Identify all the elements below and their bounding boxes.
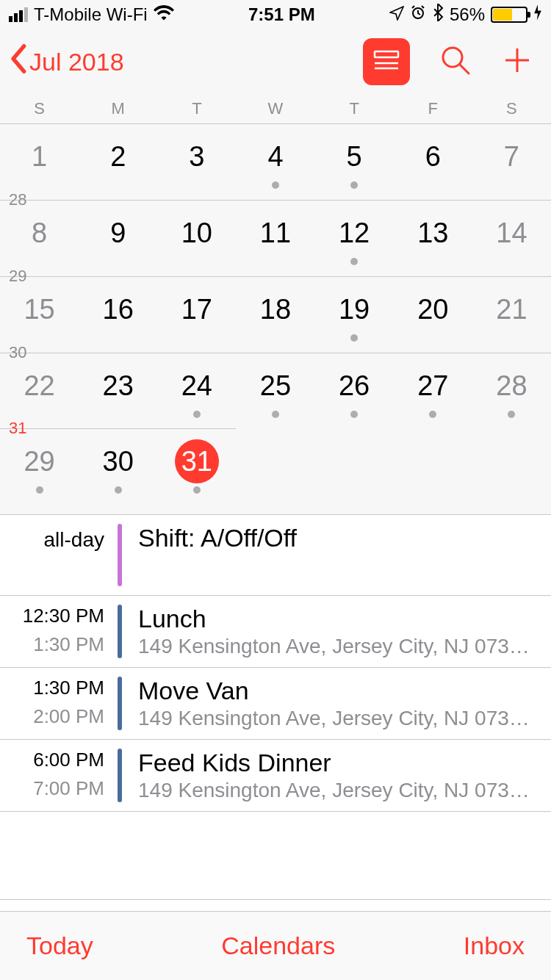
day-number: 25 bbox=[253, 364, 298, 408]
day-cell[interactable]: 30 bbox=[79, 429, 157, 514]
day-number: 3 bbox=[175, 134, 219, 179]
event-title: Lunch bbox=[138, 605, 539, 633]
chevron-left-icon bbox=[9, 44, 29, 79]
nav-header: Jul 2018 bbox=[0, 29, 551, 94]
day-cell[interactable]: 13 bbox=[394, 201, 472, 276]
weekday-header: S bbox=[472, 94, 551, 123]
day-cell bbox=[236, 429, 314, 514]
today-button[interactable]: Today bbox=[26, 932, 93, 960]
day-number: 15 bbox=[18, 287, 62, 331]
week-row: 2915161718192021 bbox=[0, 276, 551, 353]
day-cell[interactable]: 8 bbox=[0, 201, 79, 276]
event-row[interactable]: 1:30 PM2:00 PMMove Van149 Kensington Ave… bbox=[0, 668, 551, 740]
day-cell[interactable]: 16 bbox=[79, 277, 157, 353]
day-cell bbox=[394, 429, 472, 514]
day-number: 23 bbox=[96, 364, 140, 408]
day-number: 28 bbox=[489, 364, 533, 408]
inbox-button[interactable]: Inbox bbox=[464, 932, 525, 960]
event-dot-icon bbox=[272, 181, 279, 189]
week-row: 1234567 bbox=[0, 123, 551, 200]
event-dot-icon bbox=[193, 486, 201, 494]
calendars-button[interactable]: Calendars bbox=[221, 932, 335, 960]
status-bar: T-Mobile Wi-Fi 7:51 PM 56% bbox=[0, 0, 551, 29]
event-row[interactable]: 12:30 PM1:30 PMLunch149 Kensington Ave, … bbox=[0, 596, 551, 668]
day-cell[interactable]: 17 bbox=[157, 277, 236, 353]
search-button[interactable] bbox=[439, 44, 472, 79]
day-number: 7 bbox=[489, 134, 533, 179]
back-button[interactable]: Jul 2018 bbox=[9, 44, 124, 79]
event-row[interactable]: 6:00 PM7:00 PMFeed Kids Dinner149 Kensin… bbox=[0, 740, 551, 812]
day-cell[interactable]: 20 bbox=[394, 277, 472, 353]
weekday-header: T bbox=[157, 94, 236, 123]
event-dot-icon bbox=[508, 411, 515, 418]
battery-pct: 56% bbox=[450, 4, 485, 25]
day-cell[interactable]: 18 bbox=[236, 277, 314, 353]
day-cell bbox=[472, 429, 551, 514]
day-cell[interactable]: 15 bbox=[0, 277, 79, 353]
charging-icon bbox=[533, 4, 542, 25]
day-number: 10 bbox=[175, 211, 219, 255]
day-number: 12 bbox=[332, 211, 376, 255]
event-time-column: 12:30 PM1:30 PM bbox=[0, 605, 118, 658]
event-body: Lunch149 Kensington Ave, Jersey City, NJ… bbox=[122, 605, 551, 658]
battery-icon bbox=[491, 7, 527, 23]
day-number: 20 bbox=[411, 287, 455, 331]
svg-rect-1 bbox=[375, 51, 398, 57]
day-cell[interactable]: 12 bbox=[315, 201, 394, 276]
weekday-headers: SMTWTFS bbox=[0, 94, 551, 123]
event-end-time: 7:00 PM bbox=[0, 777, 104, 800]
day-number: 11 bbox=[253, 211, 298, 255]
day-cell[interactable]: 29 bbox=[0, 429, 79, 514]
day-number: 5 bbox=[332, 134, 376, 179]
day-cell[interactable]: 28 bbox=[472, 353, 551, 429]
day-number: 24 bbox=[175, 364, 219, 408]
event-body: Shift: A/Off/Off bbox=[122, 524, 551, 586]
day-cell[interactable]: 7 bbox=[472, 124, 551, 200]
event-dot-icon bbox=[429, 411, 436, 418]
day-number: 1 bbox=[18, 134, 62, 179]
day-number: 27 bbox=[411, 364, 455, 408]
view-toggle-button[interactable] bbox=[363, 38, 410, 85]
day-cell[interactable]: 24 bbox=[157, 353, 236, 429]
alarm-icon bbox=[410, 4, 426, 25]
day-cell[interactable]: 10 bbox=[157, 201, 236, 276]
day-cell[interactable]: 26 bbox=[315, 353, 394, 429]
day-cell[interactable]: 31 bbox=[157, 429, 236, 514]
event-start-time: 1:30 PM bbox=[0, 677, 104, 699]
day-cell[interactable]: 19 bbox=[315, 277, 394, 353]
day-cell[interactable]: 25 bbox=[236, 353, 314, 429]
event-body: Move Van149 Kensington Ave, Jersey City,… bbox=[122, 677, 551, 730]
weekday-header: W bbox=[236, 94, 314, 123]
event-dot-icon bbox=[350, 181, 358, 189]
weekday-header: S bbox=[0, 94, 79, 123]
add-event-button[interactable] bbox=[501, 44, 533, 79]
day-number: 13 bbox=[411, 211, 455, 255]
day-number: 6 bbox=[411, 134, 455, 179]
nav-right bbox=[363, 38, 533, 85]
status-left: T-Mobile Wi-Fi bbox=[9, 4, 174, 25]
day-cell[interactable]: 4 bbox=[236, 124, 314, 200]
day-cell[interactable]: 9 bbox=[79, 201, 157, 276]
day-number: 2 bbox=[96, 134, 140, 179]
day-cell[interactable]: 14 bbox=[472, 201, 551, 276]
carrier-label: T-Mobile Wi-Fi bbox=[34, 4, 148, 25]
day-cell[interactable]: 3 bbox=[157, 124, 236, 200]
day-number: 22 bbox=[18, 364, 62, 408]
day-cell[interactable]: 2 bbox=[79, 124, 157, 200]
day-cell[interactable]: 23 bbox=[79, 353, 157, 429]
day-cell[interactable]: 11 bbox=[236, 201, 314, 276]
event-end-time: 1:30 PM bbox=[0, 633, 104, 656]
day-number: 26 bbox=[332, 364, 376, 408]
day-cell[interactable]: 6 bbox=[394, 124, 472, 200]
day-cell[interactable]: 21 bbox=[472, 277, 551, 353]
day-number: 29 bbox=[18, 439, 62, 483]
weekday-header: T bbox=[315, 94, 394, 123]
day-cell[interactable]: 27 bbox=[394, 353, 472, 429]
event-dot-icon bbox=[193, 411, 201, 418]
week-row: 28891011121314 bbox=[0, 200, 551, 276]
day-cell[interactable]: 1 bbox=[0, 124, 79, 200]
day-cell[interactable]: 5 bbox=[315, 124, 394, 200]
day-cell[interactable]: 22 bbox=[0, 353, 79, 429]
event-row[interactable]: all-dayShift: A/Off/Off bbox=[0, 515, 551, 596]
location-icon bbox=[389, 4, 404, 25]
